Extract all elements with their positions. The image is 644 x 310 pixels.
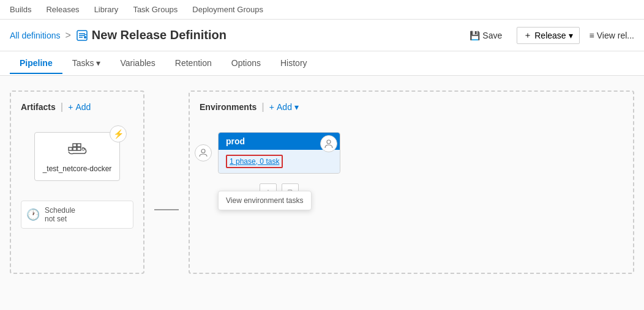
tab-retention[interactable]: Retention (165, 53, 222, 74)
svg-rect-8 (77, 147, 81, 150)
header: All definitions > New Release Definition… (0, 20, 644, 51)
artifact-icon (42, 140, 112, 160)
artifact-lightning-button[interactable]: ⚡ (110, 125, 127, 142)
svg-point-13 (327, 140, 331, 144)
tab-tasks-label: Tasks (72, 58, 94, 68)
svg-rect-6 (69, 147, 72, 150)
hamburger-icon: ≡ (590, 31, 594, 40)
nav-deployment-groups[interactable]: Deployment Groups (192, 5, 263, 14)
header-right: 💾 Save ＋ Release ▾ ≡ View rel... (465, 27, 634, 44)
svg-rect-10 (77, 144, 81, 147)
release-button[interactable]: ＋ Release ▾ (517, 27, 579, 44)
dropdown-arrow-icon: ▾ (569, 31, 573, 40)
panels-row: Artifacts | + Add (10, 90, 634, 274)
tasks-dropdown-icon: ▾ (96, 58, 100, 68)
artifacts-header: Artifacts | + Add (21, 101, 133, 113)
tab-pipeline[interactable]: Pipeline (10, 53, 62, 74)
nav-library[interactable]: Library (94, 5, 119, 14)
add-dropdown-icon: ▾ (294, 102, 299, 112)
env-name: prod (226, 136, 245, 146)
schedule-label: Schedule not set (45, 206, 75, 223)
add-artifact-button[interactable]: + Add (68, 102, 91, 112)
breadcrumb[interactable]: All definitions (10, 31, 61, 40)
svg-point-4 (84, 36, 86, 39)
artifact-card[interactable]: _test_netcore-docker ⚡ (34, 132, 120, 181)
tab-retention-label: Retention (175, 58, 212, 68)
environments-title: Environments (200, 102, 256, 112)
env-sep: | (261, 101, 264, 113)
svg-point-11 (82, 148, 84, 150)
view-environment-tasks-label: View environment tasks (226, 196, 304, 205)
tab-history[interactable]: History (271, 53, 317, 74)
save-label: Save (482, 31, 502, 40)
nav-releases[interactable]: Releases (46, 5, 79, 14)
nav-task-groups[interactable]: Task Groups (133, 5, 178, 14)
tab-options-label: Options (231, 58, 261, 68)
svg-rect-7 (73, 147, 77, 150)
env-card-wrapper: prod 1 phase, 0 task View environment t (218, 132, 340, 174)
env-card-body: 1 phase, 0 task (219, 150, 340, 173)
artifact-name: _test_netcore-docker (42, 164, 112, 173)
page-title: New Release Definition (92, 28, 227, 42)
save-button[interactable]: 💾 Save (465, 28, 507, 43)
environments-panel: Environments | + Add ▾ (189, 90, 634, 274)
environments-header: Environments | + Add ▾ (200, 101, 623, 113)
view-releases-button[interactable]: ≡ View rel... (590, 31, 634, 40)
docker-icon (67, 140, 87, 160)
connector-area (154, 90, 179, 274)
add-environment-label: Add (277, 102, 292, 112)
release-definition-icon (76, 29, 88, 42)
add-environment-button[interactable]: + Add ▾ (269, 102, 299, 112)
environment-card[interactable]: prod 1 phase, 0 task (218, 132, 340, 174)
plus-icon: ＋ (523, 30, 532, 41)
tab-tasks[interactable]: Tasks ▾ (62, 53, 111, 74)
schedule-area[interactable]: 🕐 Schedule not set (21, 201, 133, 229)
tab-bar: Pipeline Tasks ▾ Variables Retention Opt… (0, 51, 644, 76)
env-tooltip: View environment tasks (218, 191, 312, 210)
env-person-icon[interactable] (320, 135, 337, 152)
save-icon: 💾 (470, 31, 480, 40)
tab-variables-label: Variables (120, 58, 155, 68)
svg-point-12 (201, 149, 205, 153)
person-icon (199, 149, 208, 157)
tab-options[interactable]: Options (222, 53, 271, 74)
tab-variables[interactable]: Variables (110, 53, 165, 74)
nav-builds[interactable]: Builds (10, 5, 31, 14)
add-artifact-label: Add (75, 102, 91, 112)
release-label: Release (534, 31, 566, 40)
artifact-card-container: _test_netcore-docker ⚡ (21, 122, 133, 191)
artifacts-panel: Artifacts | + Add (10, 90, 144, 274)
clock-icon: 🕐 (26, 208, 40, 221)
breadcrumb-separator: > (66, 30, 71, 41)
plus-icon: + (68, 102, 73, 112)
svg-rect-9 (73, 144, 77, 147)
tab-pipeline-label: Pipeline (20, 58, 53, 68)
main-content: Artifacts | + Add (0, 76, 644, 310)
top-nav: Builds Releases Library Task Groups Depl… (0, 0, 644, 20)
connector-line (154, 209, 179, 210)
title-area: New Release Definition (76, 28, 227, 42)
view-releases-label: View rel... (597, 31, 634, 40)
artifacts-sep: | (61, 101, 63, 113)
env-phase-link[interactable]: 1 phase, 0 task (226, 155, 283, 168)
plus-icon: + (269, 102, 274, 112)
pre-approval-icon[interactable] (195, 144, 212, 161)
artifacts-title: Artifacts (21, 102, 56, 112)
person-circle-icon (324, 139, 334, 149)
tab-history-label: History (280, 58, 307, 68)
header-left: All definitions > New Release Definition (10, 28, 227, 42)
